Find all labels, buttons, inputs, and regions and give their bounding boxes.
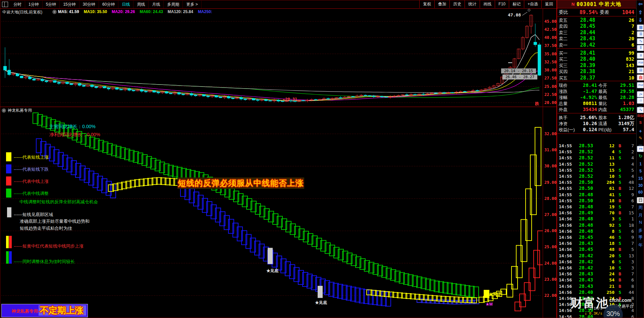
weicha-label: 委差	[600, 9, 609, 15]
stat-row: 外盘35434内盘45377	[557, 106, 636, 112]
menu-item-画线[interactable]: 画线	[480, 0, 495, 8]
collapse-chevron-icon[interactable]: ∨	[2, 108, 6, 113]
collapse-chevron-icon[interactable]: ∨	[52, 10, 57, 14]
tick-row: 14:5528.4841S9	[557, 192, 636, 198]
tick-row: 14:5628.3910S3	[557, 302, 636, 308]
s-icon[interactable]: S	[637, 120, 644, 124]
bid-row[interactable]: 买二28.40832	[557, 56, 636, 62]
tick-row: 14:5628.488S6	[557, 228, 636, 234]
menu-item-复权[interactable]: 复权	[419, 0, 434, 8]
marker-bottom-2: ★见底	[315, 300, 327, 306]
refresh-icon[interactable]: ↻	[637, 153, 644, 159]
menu-item-更多 >[interactable]: 更多 >	[183, 1, 201, 8]
main-candlestick-chart[interactable]	[0, 8, 543, 107]
tick-row: 14:5528.524S2	[557, 149, 636, 155]
menu-item-日线[interactable]: 日线	[118, 1, 133, 8]
tick-row: 14:5628.4354B6	[557, 277, 636, 283]
period-month[interactable]: 月	[637, 212, 644, 218]
period-60min[interactable]: 60	[637, 190, 644, 195]
window-split-icon[interactable]	[2, 2, 8, 7]
menu-item-60分钟[interactable]: 60分钟	[99, 1, 118, 8]
menu-item-分时[interactable]: 分时	[10, 1, 25, 8]
period-15min[interactable]: 15	[637, 176, 644, 181]
period-week[interactable]: 周	[637, 205, 644, 211]
period-30min[interactable]: 30	[637, 183, 644, 188]
f5-icon[interactable]: F5	[637, 146, 644, 152]
stat-row: 总量80811量比1.03	[557, 100, 636, 106]
news-icon[interactable]: ≡	[637, 53, 644, 59]
side-icon-strip: ⇦⇧⇩▦≣∿‖≡F10⊞自F12ƒx○—∿RSIS+✎—F5↻15153060日…	[636, 0, 644, 318]
candle-chart-icon[interactable]: ‖	[637, 45, 644, 51]
period-1min[interactable]: 1	[637, 162, 644, 166]
legend-swatch	[9, 251, 12, 264]
bid-row[interactable]: 买五28.3710	[557, 75, 636, 81]
ask-row[interactable]: 卖三28.442	[557, 30, 636, 36]
stock-code: 003001	[577, 1, 597, 7]
menu-item-标记[interactable]: 标记	[509, 0, 524, 8]
ask-row[interactable]: 卖四28.457	[557, 23, 636, 29]
period-5min[interactable]: 5	[637, 169, 644, 173]
ask-row[interactable]: 卖二28.4320	[557, 36, 636, 42]
tick-row: 14:5528.50284S48	[557, 179, 636, 186]
legend-swatch	[6, 176, 11, 186]
menu-item-返回[interactable]: 返回	[541, 0, 556, 8]
separator	[557, 48, 636, 49]
stat-row: 净资10.26流通3149万	[557, 120, 636, 126]
ask-row[interactable]: 卖五28.4826	[557, 17, 636, 23]
period-multi[interactable]: 多	[637, 227, 644, 233]
tick-row: 14:5628.4324B7	[557, 271, 636, 277]
menu-item-周线[interactable]: 周线	[133, 1, 149, 8]
menu-item-F10[interactable]: F10	[495, 0, 509, 8]
period-day[interactable]: 日	[637, 197, 644, 203]
stat-row: 现价28.41今开29.51	[557, 82, 636, 88]
footer-highlight: 不定期上涨	[40, 305, 84, 316]
tick-row: 14:5628.4548B5	[557, 247, 636, 253]
low-price-label: ←20.31	[283, 97, 297, 102]
tick-row: 14:5628.4546S9	[557, 234, 636, 241]
scroll-down-icon[interactable]: ⇩	[637, 17, 644, 23]
period-quarter[interactable]: 季	[637, 234, 644, 241]
table-icon[interactable]: ≣	[637, 31, 644, 37]
tick-row: 14:5628.3923B4	[557, 308, 636, 314]
gap-range-box-1: 20.14 - 20.15	[501, 68, 536, 73]
line-chart-icon[interactable]: ∿	[637, 38, 644, 44]
formula-icon[interactable]: ƒx	[637, 91, 644, 97]
ma-label: MA20: 29.26	[112, 9, 135, 14]
zigzag-icon[interactable]: ∿	[637, 107, 644, 113]
bid-row[interactable]: 买一28.4199	[557, 50, 636, 56]
stock-name: 中岩大地	[599, 1, 622, 7]
circle-icon[interactable]: ○	[637, 98, 644, 104]
menu-item-统计[interactable]: 统计	[465, 0, 480, 8]
menu-item-历史[interactable]: 历史	[449, 0, 465, 8]
f10-icon[interactable]: F10	[637, 60, 644, 66]
tick-row: 14:5528.5211S4	[557, 155, 636, 161]
rsi-icon[interactable]: RSI	[637, 114, 644, 118]
growth-line-1: 主营同比增长：0.00%	[49, 124, 96, 130]
period-year[interactable]: 年	[637, 242, 644, 248]
menu-item-+自选[interactable]: +自选	[524, 0, 541, 8]
menu-item-1分钟[interactable]: 1分钟	[25, 1, 43, 8]
fall-label: 跌	[535, 101, 539, 107]
menu-item-叠加[interactable]: 叠加	[434, 0, 449, 8]
menu-item-30分钟[interactable]: 30分钟	[79, 1, 99, 8]
report-grid-icon[interactable]: ▦	[637, 24, 644, 31]
back-arrow-icon[interactable]: ⇦	[637, 1, 644, 7]
move-cross-icon[interactable]: +	[637, 128, 644, 134]
ask-row[interactable]: 卖一28.426	[557, 42, 636, 48]
bid-row[interactable]: 买四28.3821	[557, 68, 636, 74]
tree-icon[interactable]: ⊞	[637, 67, 644, 73]
tick-row: 14:5628.483S1	[557, 216, 636, 222]
f12-icon[interactable]: F12	[637, 82, 644, 88]
pencil-icon[interactable]: ✎	[637, 136, 644, 141]
period-n[interactable]: N	[637, 220, 644, 225]
menu-item-月线[interactable]: 月线	[149, 1, 164, 8]
menu-item-5分钟[interactable]: 5分钟	[43, 1, 60, 8]
tick-row: 14:5528.5061B12	[557, 186, 636, 192]
menu-item-15分钟[interactable]: 15分钟	[60, 1, 79, 8]
tick-list[interactable]: 14:5528.5312B714:5528.524S214:5528.5211S…	[557, 142, 636, 318]
custom-icon[interactable]: 自	[637, 74, 644, 81]
bid-row[interactable]: 买三28.39143	[557, 62, 636, 68]
menu-item-多周期[interactable]: 多周期	[164, 1, 183, 8]
scroll-up-icon[interactable]: ⇧	[637, 9, 644, 15]
indicator-panel-chart[interactable]	[0, 107, 543, 318]
